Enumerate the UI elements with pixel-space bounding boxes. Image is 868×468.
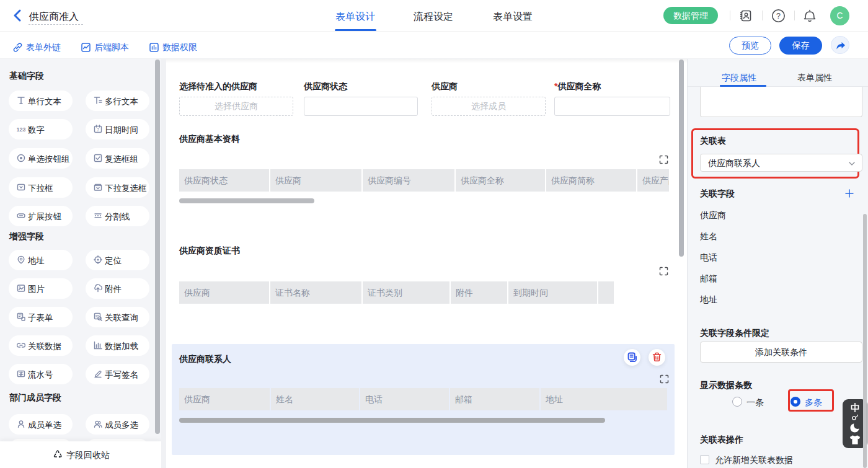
svg-text:123: 123 — [17, 126, 25, 133]
svg-text:?: ? — [776, 12, 781, 20]
svg-text:7: 7 — [97, 128, 99, 132]
